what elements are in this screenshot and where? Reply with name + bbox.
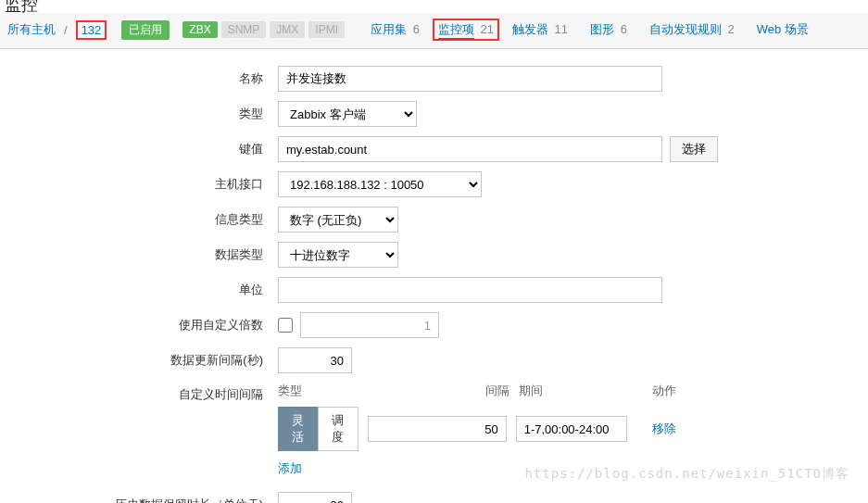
status-enabled[interactable]: 已启用 — [121, 20, 170, 40]
interval-head-action: 动作 — [630, 383, 676, 399]
name-input[interactable] — [278, 66, 662, 92]
multiplier-input — [300, 312, 439, 338]
key-select-button[interactable]: 选择 — [670, 136, 718, 162]
label-custom-intervals: 自定义时间间隔 — [0, 383, 278, 403]
interval-header-row: 类型 间隔 期间 动作 — [278, 383, 676, 399]
info-type-select[interactable]: 数字 (无正负) — [278, 207, 398, 233]
proto-zbx[interactable]: ZBX — [182, 21, 217, 38]
host-interface-select[interactable]: 192.168.188.132 : 10050 — [278, 171, 482, 197]
highlight-items-tab: 监控项 21 — [433, 19, 499, 41]
breadcrumb-host[interactable]: 132 — [82, 23, 102, 37]
tab-applications-label: 应用集 — [371, 22, 407, 36]
label-units: 单位 — [0, 282, 278, 298]
tab-triggers[interactable]: 触发器 11 — [512, 21, 568, 38]
watermark: https://blog.csdn.net/weixin_51CTO博客 — [524, 466, 849, 483]
proto-jmx[interactable]: JMX — [270, 21, 305, 38]
interval-remove-link[interactable]: 移除 — [636, 421, 676, 437]
label-host-interface: 主机接口 — [0, 176, 278, 193]
toggle-scheduling[interactable]: 调度 — [318, 407, 359, 451]
breadcrumb-all-hosts[interactable]: 所有主机 — [7, 21, 56, 38]
interval-row: 灵活 调度 移除 — [278, 407, 676, 451]
label-data-type: 数据类型 — [0, 246, 278, 263]
tab-items-count: 21 — [481, 22, 494, 36]
type-select[interactable]: Zabbix 客户端 — [278, 101, 417, 127]
label-info-type: 信息类型 — [0, 211, 278, 228]
tab-items[interactable]: 监控项 21 — [438, 22, 494, 36]
interval-head-period: 期间 — [519, 383, 621, 399]
tab-graphs-label: 图形 — [590, 22, 614, 36]
toggle-flexible[interactable]: 灵活 — [278, 407, 319, 451]
page-title-fragment: 监控 — [5, 0, 38, 16]
tab-triggers-count: 11 — [555, 22, 568, 36]
highlight-host: 132 — [76, 20, 107, 40]
tab-applications-count: 6 — [413, 22, 420, 36]
tab-discovery-count: 2 — [728, 22, 735, 36]
interval-head-interval: 间隔 — [380, 383, 509, 399]
label-type: 类型 — [0, 106, 278, 122]
tab-discovery-label: 自动发现规则 — [649, 22, 722, 36]
proto-snmp[interactable]: SNMP — [221, 21, 267, 38]
interval-value-input[interactable] — [368, 416, 507, 442]
units-input[interactable] — [278, 277, 662, 303]
update-interval-input[interactable] — [278, 347, 352, 373]
label-multiplier: 使用自定义倍数 — [0, 317, 278, 333]
interval-type-toggle[interactable]: 灵活 调度 — [278, 407, 359, 451]
multiplier-checkbox[interactable] — [278, 318, 293, 333]
item-form: 名称 类型 Zabbix 客户端 键值 选择 主机接口 192.168.188.… — [0, 49, 868, 503]
label-key: 键值 — [0, 141, 278, 157]
tab-web[interactable]: Web 场景 — [757, 21, 809, 38]
tab-web-label: Web 场景 — [757, 22, 809, 36]
label-history: 历史数据保留时长（单位天) — [0, 497, 278, 503]
interval-head-type: 类型 — [278, 383, 371, 399]
tab-items-label: 监控项 — [438, 22, 474, 39]
data-type-select[interactable]: 十进位数字 — [278, 242, 398, 268]
label-update-interval: 数据更新间隔(秒) — [0, 352, 278, 369]
interval-add-link[interactable]: 添加 — [278, 460, 302, 477]
history-input[interactable] — [278, 492, 352, 503]
tab-graphs-count: 6 — [621, 22, 627, 36]
label-name: 名称 — [0, 70, 278, 87]
tab-graphs[interactable]: 图形 6 — [590, 21, 627, 38]
tab-applications[interactable]: 应用集 6 — [371, 21, 420, 38]
breadcrumb-separator: / — [64, 23, 68, 37]
top-nav: 所有主机 / 132 已启用 ZBX SNMP JMX IPMI 应用集 6 监… — [0, 13, 868, 49]
key-input[interactable] — [278, 136, 662, 162]
interval-period-input[interactable] — [516, 416, 627, 442]
tab-triggers-label: 触发器 — [512, 22, 548, 36]
tab-discovery[interactable]: 自动发现规则 2 — [649, 21, 735, 38]
proto-ipmi[interactable]: IPMI — [308, 21, 345, 38]
